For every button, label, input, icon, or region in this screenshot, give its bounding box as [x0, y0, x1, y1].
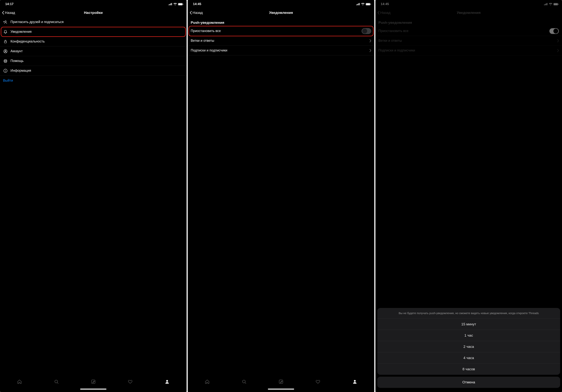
search-tab[interactable]: [242, 379, 246, 385]
svg-point-17: [166, 380, 168, 382]
search-icon: [242, 379, 246, 384]
wifi-icon: [361, 3, 364, 5]
page-title: Настройки: [84, 11, 103, 15]
svg-rect-5: [178, 3, 182, 5]
settings-item-help[interactable]: Помощь: [0, 56, 187, 66]
screen-settings: 14:17 Назад Настройки Пригласить друзей …: [0, 0, 187, 392]
action-sheet-message: Вы не будете получать push-уведомления, …: [377, 308, 560, 319]
settings-item-account[interactable]: Аккаунт: [0, 46, 187, 56]
profile-tab[interactable]: [165, 379, 170, 385]
pause-all-toggle[interactable]: [362, 28, 371, 34]
row-threads-replies[interactable]: Ветки и ответы: [188, 36, 374, 46]
lock-icon: [3, 40, 8, 44]
home-tab[interactable]: [17, 379, 22, 385]
wifi-icon: [174, 3, 177, 5]
cellular-icon: [356, 3, 360, 5]
status-icons: [356, 3, 371, 5]
heart-icon: [316, 379, 320, 384]
section-header-push: Push-уведомления: [188, 17, 374, 26]
action-sheet: Вы не будете получать push-уведомления, …: [377, 308, 560, 388]
status-icons: [169, 3, 183, 5]
compose-icon: [279, 379, 283, 384]
row-label: Приостановить все: [191, 29, 359, 33]
svg-rect-20: [358, 3, 359, 5]
settings-item-label: Аккаунт: [11, 49, 184, 53]
home-indicator[interactable]: [0, 388, 187, 392]
chevron-left-icon: [2, 11, 4, 15]
action-sheet-cancel[interactable]: Отмена: [377, 377, 560, 388]
nav-header: Назад Настройки: [0, 8, 187, 17]
status-bar: 14:45: [188, 0, 374, 8]
svg-point-11: [4, 59, 7, 63]
battery-icon: [366, 3, 371, 5]
svg-rect-1: [170, 4, 170, 5]
settings-item-privacy[interactable]: Конфиденциальность: [0, 37, 187, 46]
svg-rect-23: [366, 3, 370, 5]
settings-list: Пригласить друзей и подписаться Уведомле…: [0, 17, 187, 85]
settings-item-label: Информация: [11, 69, 184, 73]
tab-bar: [188, 377, 374, 388]
chevron-right-icon: [370, 39, 371, 42]
status-time: 14:45: [193, 2, 201, 6]
activity-tab[interactable]: [128, 379, 133, 385]
svg-point-10: [5, 50, 6, 51]
svg-rect-19: [357, 4, 358, 5]
svg-point-7: [5, 21, 6, 22]
svg-point-14: [5, 70, 6, 70]
search-icon: [54, 379, 59, 384]
account-icon: [3, 49, 8, 53]
home-icon: [17, 379, 22, 384]
tab-bar: [0, 377, 187, 388]
help-icon: [3, 59, 8, 63]
home-indicator[interactable]: [188, 388, 374, 392]
action-sheet-options: Вы не будете получать push-уведомления, …: [377, 308, 560, 375]
action-sheet-cancel-group: Отмена: [377, 377, 560, 388]
svg-rect-21: [359, 3, 360, 5]
status-bar: 14:17: [0, 0, 187, 8]
back-button[interactable]: Назад: [190, 11, 203, 15]
nav-header: Назад Уведомления: [188, 8, 374, 17]
svg-rect-3: [171, 3, 172, 5]
back-label: Назад: [5, 11, 15, 15]
logout-button[interactable]: Выйти: [0, 76, 187, 85]
home-tab[interactable]: [205, 379, 210, 385]
settings-item-label: Помощь: [11, 59, 184, 63]
activity-tab[interactable]: [316, 379, 320, 385]
compose-tab[interactable]: [91, 379, 96, 385]
settings-item-label: Пригласить друзей и подписаться: [11, 20, 184, 24]
action-sheet-option[interactable]: 4 часа: [377, 352, 560, 364]
back-label: Назад: [193, 11, 203, 15]
svg-rect-18: [356, 4, 357, 5]
cellular-icon: [169, 3, 172, 5]
row-pause-all[interactable]: Приостановить все: [188, 26, 374, 36]
profile-icon: [165, 379, 170, 384]
action-sheet-option[interactable]: 15 минут: [377, 319, 560, 330]
chevron-left-icon: [190, 11, 192, 15]
bell-icon: [3, 30, 8, 34]
svg-point-27: [354, 380, 356, 382]
row-follows[interactable]: Подписки и подписчики: [188, 46, 374, 56]
profile-tab[interactable]: [352, 379, 357, 385]
home-icon: [205, 379, 210, 384]
info-icon: [3, 69, 8, 73]
status-time: 14:17: [5, 2, 13, 6]
action-sheet-option[interactable]: 1 час: [377, 330, 560, 341]
action-sheet-option[interactable]: 2 часа: [377, 341, 560, 352]
chevron-right-icon: [370, 49, 371, 52]
svg-point-12: [5, 60, 6, 62]
svg-rect-8: [4, 41, 7, 43]
back-button[interactable]: Назад: [2, 11, 15, 15]
settings-item-invite[interactable]: Пригласить друзей и подписаться: [0, 17, 187, 27]
svg-rect-2: [170, 3, 171, 5]
battery-icon: [178, 3, 183, 5]
screen-notifications-sheet: 14:45 Назад Уведомления Push-уведомления…: [375, 0, 562, 392]
action-sheet-option[interactable]: 8 часов: [377, 364, 560, 375]
settings-item-about[interactable]: Информация: [0, 66, 187, 76]
heart-icon: [128, 379, 133, 384]
compose-tab[interactable]: [279, 379, 283, 385]
svg-rect-0: [169, 4, 169, 5]
svg-rect-24: [371, 4, 371, 5]
page-title: Уведомления: [269, 11, 293, 15]
search-tab[interactable]: [54, 379, 59, 385]
settings-item-notifications[interactable]: Уведомления: [0, 27, 187, 37]
